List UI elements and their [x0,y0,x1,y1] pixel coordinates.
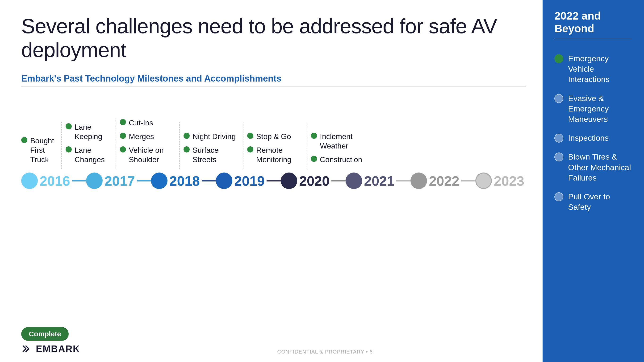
dot-2018-3 [120,146,126,152]
future-dot-green-1 [554,54,563,63]
milestone-2017-2: Lane Changes [66,145,116,164]
milestone-2020-1: Stop & Go [247,132,307,141]
node-2018 [151,173,168,189]
connector-2021-2022 [396,180,410,181]
future-dot-white-3 [554,152,563,161]
year-2019-label: 2019 [234,173,265,189]
future-item-1: Emergency Vehicle Interactions [554,53,632,85]
year-2021-label: 2021 [364,173,394,189]
node-2023 [475,173,492,189]
dot-2016-1 [21,137,27,143]
dot-2021-1 [311,133,317,139]
year-2018-label: 2018 [169,173,200,189]
connector-2020-2021 [332,180,346,181]
milestone-text-2021-1: Inclement Weather [320,132,370,151]
milestone-text-2018-2: Merges [129,132,154,141]
dot-2019-2 [184,146,190,152]
logo-text: EMBARK [36,344,80,354]
node-2021 [346,173,362,189]
milestone-2021-1: Inclement Weather [311,132,370,151]
past-milestones-label: Embark's Past Technology Milestones and … [21,73,526,86]
node-2019 [216,173,232,189]
page-separator: • [366,349,370,355]
dot-2018-2 [120,133,126,139]
future-item-4: Blown Tires & Other Mechanical Failures [554,152,632,183]
milestone-text-2017-2: Lane Changes [74,145,116,164]
page-number: 6 [370,349,373,355]
future-item-text-4: Blown Tires & Other Mechanical Failures [568,152,632,183]
milestone-2017-1: Lane Keeping [66,122,116,141]
dot-2018-1 [120,119,126,125]
main-content: Several challenges need to be addressed … [0,0,542,362]
milestone-2018-2: Merges [120,132,179,141]
future-item-text-2: Evasive & Emergency Maneuvers [568,93,632,124]
future-item-3: Inspections [554,133,632,143]
future-dot-white-2 [554,134,563,143]
dot-2020-2 [247,146,253,152]
node-2022 [410,173,427,189]
milestone-2021-2: Construction [311,155,370,164]
milestone-text-2019-1: Night Driving [192,132,236,141]
confidential-text: CONFIDENTIAL & PROPRIETARY [277,349,364,355]
dot-2020-1 [247,133,253,139]
future-item-text-5: Pull Over to Safety [568,191,632,212]
year-2016-label: 2016 [40,173,70,189]
milestone-2019-1: Night Driving [184,132,243,141]
milestone-2020-2: Remote Monitoring [247,145,307,164]
connector-2017-2018 [137,180,151,181]
node-2017 [86,173,102,189]
future-item-5: Pull Over to Safety [554,191,632,212]
dot-2019-1 [184,133,190,139]
year-2017-label: 2017 [104,173,135,189]
footer-right: CONFIDENTIAL & PROPRIETARY • 6 [277,349,373,355]
milestone-text-2019-2: Surface Streets [192,145,243,164]
milestone-text-2018-3: Vehicle on Shoulder [129,145,179,164]
embark-logo-icon [21,343,34,355]
dot-2017-1 [66,123,72,129]
year-2022-label: 2022 [429,173,459,189]
slide-container: Several challenges need to be addressed … [0,0,644,362]
embark-logo: EMBARK [21,343,80,355]
future-dot-white-4 [554,192,563,201]
connector-2016-2017 [72,180,86,181]
dot-2017-2 [66,146,72,152]
node-2020 [281,173,297,189]
milestone-text-2021-2: Construction [320,155,362,164]
milestones-area: Bought First Truck Lane Keeping Lane Cha… [21,94,526,169]
footer-left: EMBARK [21,343,80,355]
connector-2018-2019 [202,180,216,181]
milestone-text-2020-1: Stop & Go [256,132,291,141]
milestone-2018-3: Vehicle on Shoulder [120,145,179,164]
future-item-text-1: Emergency Vehicle Interactions [568,53,632,85]
right-panel: 2022 and Beyond Emergency Vehicle Intera… [542,0,644,362]
milestone-text-2020-2: Remote Monitoring [256,145,307,164]
milestone-2016-1: Bought First Truck [21,136,61,164]
slide-title: Several challenges need to be addressed … [21,14,526,62]
milestone-text-2018-1: Cut-Ins [129,118,153,127]
dot-2021-2 [311,156,317,162]
right-panel-title: 2022 and Beyond [554,9,632,39]
timeline-nodes: 2016 2017 2018 2019 2020 2021 20 [21,169,526,193]
milestone-text-2017-1: Lane Keeping [74,122,116,141]
milestone-2018-1: Cut-Ins [120,118,179,127]
node-2016 [21,173,38,189]
year-2020-label: 2020 [299,173,330,189]
year-2023-label: 2023 [494,173,524,189]
future-item-2: Evasive & Emergency Maneuvers [554,93,632,124]
future-items-list: Emergency Vehicle Interactions Evasive &… [554,53,632,212]
connector-2019-2020 [266,180,281,181]
complete-badge: Complete [21,327,69,341]
milestone-2019-2: Surface Streets [184,145,243,164]
connector-2022-2023 [461,180,475,181]
future-item-text-3: Inspections [568,133,608,143]
future-dot-white-1 [554,94,563,103]
milestone-text-2016-1: Bought First Truck [30,136,61,164]
